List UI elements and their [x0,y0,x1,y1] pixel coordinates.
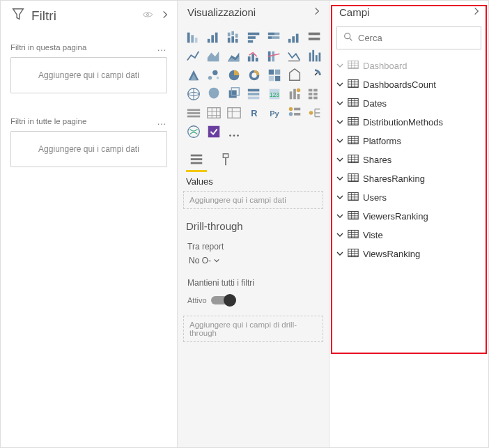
svg-rect-19 [272,36,279,39]
cross-report-label: Tra report [187,242,319,252]
svg-rect-23 [309,33,320,36]
viz-type-button[interactable] [185,48,203,65]
viz-type-button[interactable] [205,123,223,140]
viz-type-button[interactable] [185,105,203,121]
svg-rect-26 [251,54,254,61]
viz-type-button[interactable] [306,67,324,84]
viz-type-button[interactable] [185,86,203,102]
search-input[interactable] [358,33,475,43]
search-input-wrapper[interactable] [336,26,481,49]
cross-report-dropdown[interactable]: No O- [187,253,319,268]
svg-rect-20 [288,39,291,43]
svg-rect-41 [269,70,274,75]
viz-type-button[interactable] [265,48,284,65]
more-icon[interactable]: … [157,116,167,127]
keep-filters-toggle[interactable] [211,296,235,304]
field-table-item[interactable]: Dates [334,94,484,113]
viz-type-button[interactable] [205,29,223,46]
svg-rect-42 [275,70,280,75]
svg-rect-66 [208,108,220,118]
viz-type-button[interactable] [225,29,243,46]
field-table-item[interactable]: DashboardsCount [334,75,484,94]
viz-type-button[interactable]: 123 [265,86,284,102]
viz-type-button[interactable] [286,105,304,121]
field-table-item[interactable]: Platforms [334,132,484,150]
chevron-down-icon [336,155,343,165]
svg-rect-3 [195,38,198,43]
field-table-item[interactable]: Shares [334,150,484,169]
viz-type-button[interactable] [245,67,263,84]
viz-type-button[interactable] [265,67,284,84]
viz-type-button[interactable] [225,67,243,84]
more-icon[interactable]: … [157,42,167,53]
chevron-right-icon[interactable] [472,6,481,18]
eye-icon[interactable] [142,9,153,22]
chevron-down-icon [336,192,343,203]
field-table-name: DistributionMethods [363,117,443,128]
field-table-item[interactable]: Users [334,188,484,207]
viz-type-button[interactable]: Py [265,105,284,121]
svg-point-70 [289,107,293,111]
filters-allpages-dropzone[interactable]: Aggiungere qui i campi dati [10,131,167,167]
drillthrough-dropzone[interactable]: Aggiungere qui i campi di drill-through [183,316,323,342]
chevron-right-icon[interactable] [160,10,170,22]
table-icon [348,229,359,241]
viz-type-button[interactable]: R [245,105,263,121]
viz-type-button[interactable] [205,67,223,84]
field-table-item[interactable]: ViewsRanking [334,245,484,263]
viz-type-button[interactable] [225,48,243,65]
svg-rect-10 [231,31,234,36]
viz-gallery: 123RPy [178,22,329,146]
viz-type-button[interactable] [245,86,263,102]
chevron-down-icon [336,249,343,259]
values-dropzone[interactable]: Aggiungere qui i campi dati [183,191,323,209]
fields-well-tab[interactable] [186,148,207,172]
field-table-item[interactable]: SharesRanking [334,169,484,188]
viz-type-button[interactable] [306,29,324,46]
filters-title: Filtri [31,8,56,24]
field-table-name: Viste [363,230,383,240]
viz-type-button[interactable] [245,48,263,65]
svg-point-77 [229,134,231,137]
format-tab[interactable] [215,148,236,172]
svg-rect-24 [309,38,320,40]
svg-rect-5 [211,35,214,43]
viz-type-button[interactable] [286,67,304,84]
field-table-name: ViewsRanking [363,249,420,259]
viz-type-button[interactable] [185,29,203,46]
svg-rect-84 [225,157,226,165]
viz-type-button[interactable] [225,86,243,102]
field-table-item[interactable]: ViewersRanking [334,207,484,226]
viz-type-button[interactable] [205,86,223,102]
viz-type-button[interactable] [286,86,304,102]
chevron-down-icon [336,61,343,71]
viz-type-button[interactable] [306,48,324,65]
viz-type-button[interactable] [205,105,223,121]
fields-title: Campi [339,6,472,18]
filters-page-dropzone[interactable]: Aggiungere qui i campi dati [10,57,167,93]
svg-point-78 [233,134,235,137]
chevron-down-icon [336,211,343,222]
viz-type-button[interactable] [205,48,223,65]
svg-rect-48 [248,89,260,92]
viz-type-button[interactable] [225,105,243,121]
field-table-item[interactable]: Viste [334,226,484,245]
viz-type-button[interactable] [185,67,203,84]
svg-rect-71 [294,108,300,111]
viz-type-button[interactable] [265,29,284,46]
viz-type-button[interactable] [286,48,304,65]
field-table-name: DashboardsCount [363,79,436,90]
chevron-right-icon[interactable] [312,6,322,18]
svg-rect-46 [229,91,237,98]
field-table-item[interactable]: Dashboard [334,56,484,75]
field-table-item[interactable]: DistributionMethods [334,113,484,132]
filters-allpages-label: Filtri in tutte le pagine [10,117,86,125]
viz-type-button[interactable] [306,86,324,102]
svg-text:123: 123 [270,92,279,98]
viz-type-button[interactable] [286,29,304,46]
svg-rect-61 [309,97,313,100]
viz-type-button[interactable] [245,29,263,46]
viz-type-button[interactable] [185,123,203,140]
viz-type-button[interactable] [306,105,324,121]
viz-type-button[interactable] [225,123,243,140]
